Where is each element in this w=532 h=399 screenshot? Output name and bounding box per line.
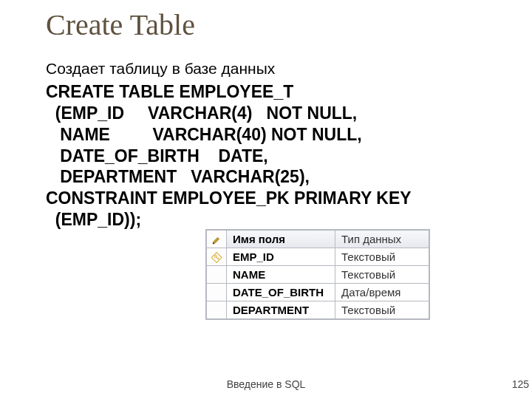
sql-line: NAME VARCHAR(40) NOT NULL, [46,124,497,146]
table-row: DEPARTMENT Текстовый [207,301,429,319]
data-type-cell: Дата/время [335,284,429,301]
field-name-cell: EMP_ID [227,248,335,266]
data-type-cell: Текстовый [335,301,429,319]
field-name-cell: DEPARTMENT [227,301,335,319]
key-icon: ⚿ [209,250,224,265]
slide: Create Table Создает таблицу в базе данн… [0,0,532,399]
slide-title: Create Table [46,7,195,42]
table-row: ⚿ EMP_ID Текстовый [207,248,429,266]
page-number: 125 [512,378,529,390]
table-header-row: Имя поля Тип данных [207,231,429,248]
row-selector [207,266,227,284]
sql-line: CREATE TABLE EMPLOYEE_T [46,81,497,103]
row-selector [207,284,227,301]
slide-body: Создает таблицу в базе данных CREATE TAB… [46,59,497,231]
row-selector: ⚿ [207,248,227,266]
field-name-cell: NAME [227,266,335,284]
table-designer: Имя поля Тип данных ⚿ EMP_ID Текстовый N… [205,229,430,320]
footer-text: Введение в SQL [227,378,306,390]
pencil-icon [212,236,221,245]
table-row: NAME Текстовый [207,266,429,284]
sql-line: (EMP_ID)); [46,209,497,231]
sql-line: DEPARTMENT VARCHAR(25), [46,166,497,188]
svg-rect-0 [213,243,214,245]
sql-line: (EMP_ID VARCHAR(4) NOT NULL, [46,103,497,124]
header-data-type: Тип данных [335,231,429,248]
header-field-name: Имя поля [227,231,335,248]
lead-text: Создает таблицу в базе данных [46,59,497,78]
selector-header [207,231,227,248]
row-selector [207,301,227,319]
data-type-cell: Текстовый [335,248,429,266]
sql-line: CONSTRAINT EMPLOYEE_PK PRIMARY KEY [46,188,497,209]
sql-line: DATE_OF_BIRTH DATE, [46,146,497,167]
table-row: DATE_OF_BIRTH Дата/время [207,284,429,301]
field-name-cell: DATE_OF_BIRTH [227,284,335,301]
data-type-cell: Текстовый [335,266,429,284]
